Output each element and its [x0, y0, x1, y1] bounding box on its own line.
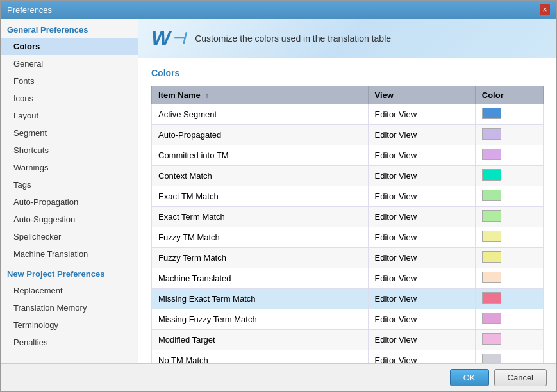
row-item-name: Modified Target — [152, 330, 369, 350]
table-row[interactable]: No TM MatchEditor View — [152, 350, 544, 364]
preferences-dialog: Preferences × General Preferences Colors… — [0, 0, 557, 392]
main-content: W ⊣ Customize the colors used in the tra… — [138, 19, 556, 363]
table-row[interactable]: Fuzzy TM MatchEditor View — [152, 227, 544, 248]
sidebar-item-shortcuts[interactable]: Shortcuts — [1, 142, 138, 159]
row-color[interactable] — [475, 145, 543, 166]
main-header: W ⊣ Customize the colors used in the tra… — [138, 19, 556, 58]
color-swatch[interactable] — [482, 251, 501, 263]
sidebar-item-auto-suggestion[interactable]: Auto-Suggestion — [1, 211, 138, 228]
table-row[interactable]: Auto-PropagatedEditor View — [152, 125, 544, 145]
sidebar-item-fonts[interactable]: Fonts — [1, 72, 138, 90]
col-item-name: Item Name ↑ — [152, 86, 369, 104]
sidebar-item-tags[interactable]: Tags — [1, 176, 138, 193]
sidebar-item-translation-memory[interactable]: Translation Memory — [1, 299, 138, 316]
sidebar-new-project-items: ReplacementTranslation MemoryTerminology… — [1, 282, 138, 351]
row-color[interactable] — [475, 330, 543, 350]
color-swatch[interactable] — [482, 354, 501, 363]
sidebar-section-new-project: New Project Preferences — [1, 263, 138, 282]
table-row[interactable]: Active SegmentEditor View — [152, 104, 544, 125]
logo-dash: ⊣ — [172, 29, 185, 47]
row-color[interactable] — [475, 350, 543, 364]
table-row[interactable]: Machine TranslatedEditor View — [152, 268, 544, 289]
row-color[interactable] — [475, 227, 543, 248]
row-view: Editor View — [368, 350, 475, 364]
row-color[interactable] — [475, 268, 543, 289]
row-view: Editor View — [368, 104, 475, 125]
sidebar-item-general[interactable]: General — [1, 55, 138, 72]
row-item-name: No TM Match — [152, 350, 369, 364]
table-row[interactable]: Context MatchEditor View — [152, 166, 544, 186]
app-logo: W ⊣ — [151, 26, 185, 50]
row-view: Editor View — [368, 309, 475, 330]
color-swatch[interactable] — [482, 169, 501, 181]
color-swatch[interactable] — [482, 292, 501, 304]
sidebar-item-icons[interactable]: Icons — [1, 90, 138, 107]
table-head: Item Name ↑ View Color — [152, 86, 544, 104]
row-item-name: Exact Term Match — [152, 207, 369, 227]
row-view: Editor View — [368, 207, 475, 227]
color-swatch[interactable] — [482, 272, 501, 283]
row-color[interactable] — [475, 309, 543, 330]
table-row[interactable]: Exact TM MatchEditor View — [152, 186, 544, 207]
row-color[interactable] — [475, 104, 543, 125]
sidebar-general-items: ColorsGeneralFontsIconsLayoutSegmentShor… — [1, 38, 138, 263]
row-item-name: Fuzzy TM Match — [152, 227, 369, 248]
col-view: View — [368, 86, 475, 104]
row-color[interactable] — [475, 125, 543, 145]
table-header-row: Item Name ↑ View Color — [152, 86, 544, 104]
row-view: Editor View — [368, 248, 475, 268]
sidebar-item-spellchecker[interactable]: Spellchecker — [1, 228, 138, 245]
ok-button[interactable]: OK — [450, 369, 489, 386]
color-swatch[interactable] — [482, 128, 501, 140]
row-view: Editor View — [368, 125, 475, 145]
color-swatch[interactable] — [482, 231, 501, 242]
close-button[interactable]: × — [540, 4, 550, 15]
logo-w: W — [151, 26, 170, 50]
sidebar-item-auto-propagation[interactable]: Auto-Propagation — [1, 193, 138, 211]
row-item-name: Machine Translated — [152, 268, 369, 289]
table-row[interactable]: Missing Fuzzy Term MatchEditor View — [152, 309, 544, 330]
main-body: Colors Item Name ↑ View Color Active Seg… — [138, 58, 556, 363]
row-item-name: Active Segment — [152, 104, 369, 125]
row-view: Editor View — [368, 227, 475, 248]
sidebar: General Preferences ColorsGeneralFontsIc… — [1, 19, 138, 363]
dialog-title: Preferences — [7, 5, 52, 15]
table-body: Active SegmentEditor ViewAuto-Propagated… — [152, 104, 544, 364]
sort-arrow: ↑ — [205, 92, 208, 99]
row-view: Editor View — [368, 330, 475, 350]
row-color[interactable] — [475, 207, 543, 227]
sidebar-item-terminology[interactable]: Terminology — [1, 316, 138, 334]
row-item-name: Missing Fuzzy Term Match — [152, 309, 369, 330]
color-swatch[interactable] — [482, 149, 501, 160]
sidebar-item-colors[interactable]: Colors — [1, 38, 138, 55]
row-color[interactable] — [475, 248, 543, 268]
sidebar-item-penalties[interactable]: Penalties — [1, 334, 138, 351]
row-item-name: Fuzzy Term Match — [152, 248, 369, 268]
table-row[interactable]: Missing Exact Term MatchEditor View — [152, 289, 544, 309]
row-color[interactable] — [475, 186, 543, 207]
row-color[interactable] — [475, 289, 543, 309]
color-swatch[interactable] — [482, 333, 501, 345]
row-item-name: Auto-Propagated — [152, 125, 369, 145]
row-color[interactable] — [475, 166, 543, 186]
sidebar-item-segment[interactable]: Segment — [1, 124, 138, 142]
section-title: Colors — [151, 68, 544, 78]
color-swatch[interactable] — [482, 210, 501, 222]
color-swatch[interactable] — [482, 190, 501, 201]
sidebar-item-replacement[interactable]: Replacement — [1, 282, 138, 299]
table-row[interactable]: Modified TargetEditor View — [152, 330, 544, 350]
row-item-name: Missing Exact Term Match — [152, 289, 369, 309]
col-color: Color — [475, 86, 543, 104]
color-swatch[interactable] — [482, 313, 501, 324]
sidebar-item-machine-translation[interactable]: Machine Translation — [1, 245, 138, 263]
sidebar-item-layout[interactable]: Layout — [1, 107, 138, 124]
table-row[interactable]: Fuzzy Term MatchEditor View — [152, 248, 544, 268]
sidebar-item-warnings[interactable]: Warnings — [1, 159, 138, 176]
table-row[interactable]: Exact Term MatchEditor View — [152, 207, 544, 227]
color-swatch[interactable] — [482, 108, 501, 119]
row-view: Editor View — [368, 289, 475, 309]
row-view: Editor View — [368, 145, 475, 166]
table-row[interactable]: Committed into TMEditor View — [152, 145, 544, 166]
row-view: Editor View — [368, 166, 475, 186]
cancel-button[interactable]: Cancel — [494, 369, 547, 386]
